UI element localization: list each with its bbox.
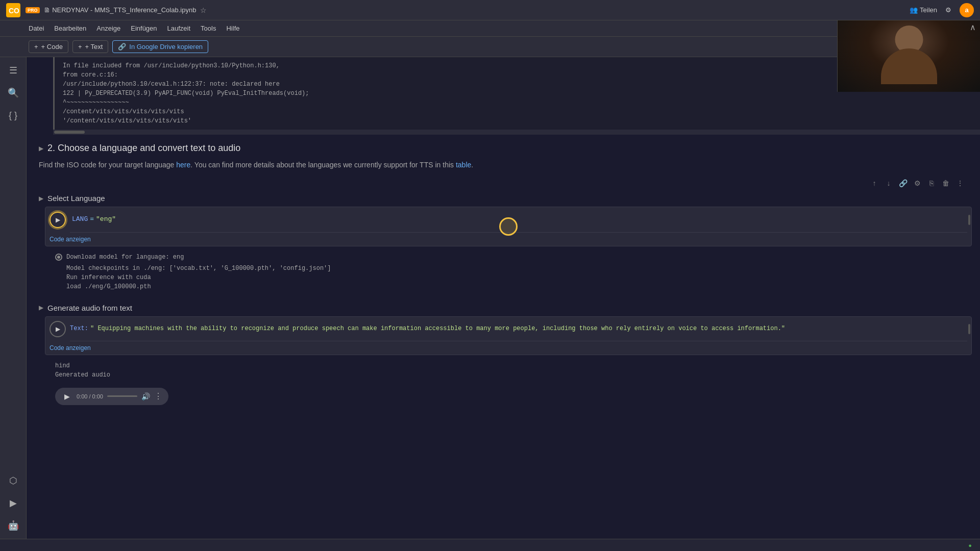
here-link[interactable]: here: [176, 161, 190, 169]
section-2-header: ▶ 2. Choose a language and convert text …: [27, 135, 980, 158]
trash-icon[interactable]: 🗑: [940, 178, 951, 189]
output-status-icon: [55, 254, 62, 261]
output-line-5: ^~~~~~~~~~~~~~~~~~: [63, 98, 972, 107]
menu-einfuegen[interactable]: Einfügen: [131, 24, 157, 32]
plus-code-icon: +: [34, 43, 38, 51]
code-cell-header: ▶ LANG = "eng": [45, 207, 971, 233]
top-bar-right: 👥 Teilen ⚙ a: [910, 3, 974, 17]
share-icon: 👥: [910, 6, 918, 14]
sidebar-robot-icon[interactable]: 🤖: [4, 516, 22, 535]
star-icon[interactable]: ☆: [200, 6, 207, 14]
output-lang-line3: Run inference with cuda: [55, 273, 972, 282]
section-2-description: Find the ISO code for your target langua…: [27, 158, 980, 177]
sidebar-terminal-icon[interactable]: ▶: [4, 494, 22, 512]
audio-play-button[interactable]: ▶: [61, 391, 72, 402]
output-line-7: '/content/vits/vits/vits/vits/vits': [63, 116, 972, 126]
gen-audio-right-scroll: [967, 324, 971, 334]
cell-settings-icon[interactable]: ⚙: [912, 178, 923, 189]
toolbar: + + Code + + Text 🔗 In Google Drive kopi…: [0, 37, 980, 57]
file-name: 🗎 NERDYNAV - MMS_TTS_Inference_Colab.ipy…: [44, 6, 197, 14]
video-feed: ∧: [838, 57, 980, 92]
link-icon[interactable]: 🔗: [897, 178, 909, 189]
select-language-title: Select Language: [47, 194, 105, 203]
lang-value[interactable]: "eng": [96, 214, 116, 225]
sidebar-menu-icon[interactable]: ☰: [4, 61, 22, 80]
sidebar-variables-icon[interactable]: ⬡: [4, 471, 22, 490]
output-generated: Generated audio: [55, 370, 972, 380]
text-input-row: Text: " Equipping machines with the abil…: [70, 321, 963, 337]
settings-button[interactable]: ⚙: [945, 6, 951, 14]
code-content-lang: LANG = "eng": [70, 207, 967, 233]
avatar[interactable]: a: [960, 3, 974, 17]
menu-bar: Datei Bearbeiten Anzeige Einfügen Laufze…: [0, 20, 980, 37]
menu-anzeige[interactable]: Anzeige: [96, 24, 120, 32]
audio-progress-bar[interactable]: [107, 395, 137, 397]
add-code-button[interactable]: + + Code: [29, 40, 68, 53]
video-panel: ∧: [837, 57, 980, 92]
main-layout: ☰ 🔍 { } ⬡ ▶ 🤖 ∧ In file included from /u…: [0, 57, 980, 539]
select-language-header: ▶ Select Language: [27, 190, 980, 205]
output-line-2: from core.c:16:: [63, 70, 972, 80]
cell-toolbar-section2: ↑ ↓ 🔗 ⚙ ⎘ 🗑 ⋮: [27, 177, 972, 190]
audio-output-area: hind Generated audio: [27, 357, 980, 384]
audio-time: 0:00 / 0:00: [77, 393, 103, 399]
svg-text:CO: CO: [9, 7, 19, 15]
drive-copy-button[interactable]: 🔗 In Google Drive kopieren: [112, 40, 208, 53]
lang-input-row: LANG = "eng": [70, 211, 963, 228]
gen-audio-code-content: Text: " Equipping machines with the abil…: [70, 317, 967, 341]
copy-icon[interactable]: ⎘: [926, 178, 937, 189]
share-label: Teilen: [920, 6, 937, 14]
notebook-area: ∧ In file included from /usr/include/pyt…: [27, 57, 980, 539]
menu-bearbeiten[interactable]: Bearbeiten: [54, 24, 86, 32]
show-code-link-gen[interactable]: Code anzeigen: [45, 341, 971, 355]
output-line-3: /usr/include/python3.10/ceval.h:122:37: …: [63, 80, 972, 89]
text-value[interactable]: " Equipping machines with the ability to…: [90, 324, 785, 334]
settings-icon: ⚙: [945, 6, 951, 14]
menu-datei[interactable]: Datei: [29, 24, 44, 32]
gen-audio-collapse-icon[interactable]: ▶: [39, 304, 43, 311]
section-2-title: 2. Choose a language and convert text to…: [47, 143, 240, 154]
status-bar: ●: [0, 539, 980, 551]
run-button-gen-audio[interactable]: ▶: [50, 321, 66, 337]
generate-audio-title: Generate audio from text: [47, 304, 132, 312]
generate-audio-header: ▶ Generate audio from text: [27, 299, 980, 314]
plus-text-icon: +: [78, 43, 82, 51]
show-code-link-lang[interactable]: Code anzeigen: [45, 233, 971, 246]
output-line-1: In file included from /usr/include/pytho…: [63, 61, 972, 70]
output-hind: hind: [55, 361, 972, 370]
move-down-icon[interactable]: ↓: [883, 178, 894, 189]
generate-audio-code-cell: ▶ Text: " Equipping machines with the ab…: [45, 316, 972, 355]
sidebar-code-icon[interactable]: { }: [4, 106, 22, 124]
section-collapse-icon[interactable]: ▶: [39, 145, 43, 152]
run-button-lang[interactable]: ▶: [50, 212, 66, 228]
add-text-button[interactable]: + + Text: [72, 40, 108, 53]
audio-volume-icon[interactable]: 🔊: [141, 392, 150, 400]
output-lang-line1: Download model for language: eng: [66, 253, 184, 262]
cell-right-scroll: [967, 215, 971, 225]
select-lang-collapse-icon[interactable]: ▶: [39, 195, 43, 202]
pro-badge: PRO: [26, 7, 40, 13]
horizontal-scrollbar[interactable]: [53, 130, 980, 135]
scrollbar-thumb[interactable]: [54, 131, 85, 134]
share-button[interactable]: 👥 Teilen: [910, 6, 937, 14]
output-lang-line4: load ./eng/G_100000.pth: [55, 282, 972, 291]
lang-label: LANG: [72, 214, 88, 225]
table-link[interactable]: table: [456, 161, 471, 169]
colab-logo: CO: [6, 3, 20, 17]
left-sidebar: ☰ 🔍 { } ⬡ ▶ 🤖: [0, 57, 27, 539]
generate-audio-section: ▶ Generate audio from text ▶ Text: " Equ…: [27, 299, 980, 405]
status-indicator: ●: [968, 542, 972, 548]
drive-copy-label: In Google Drive kopieren: [129, 43, 203, 51]
sidebar-search-icon[interactable]: 🔍: [4, 84, 22, 102]
select-language-output: Download model for language: eng Model c…: [27, 248, 980, 295]
audio-menu-icon[interactable]: ⋮: [154, 391, 162, 401]
menu-tools[interactable]: Tools: [201, 24, 216, 32]
output-lang-line2: Model checkpoints in ./eng: ['vocab.txt'…: [55, 264, 972, 273]
menu-laufzeit[interactable]: Laufzeit: [167, 24, 191, 32]
move-up-icon[interactable]: ↑: [869, 178, 880, 189]
menu-hilfe[interactable]: Hilfe: [226, 24, 239, 32]
gen-audio-scroll-thumb: [968, 324, 970, 334]
text-label: Text:: [70, 324, 88, 334]
more-icon[interactable]: ⋮: [954, 178, 966, 189]
audio-player[interactable]: ▶ 0:00 / 0:00 🔊 ⋮: [55, 388, 168, 405]
